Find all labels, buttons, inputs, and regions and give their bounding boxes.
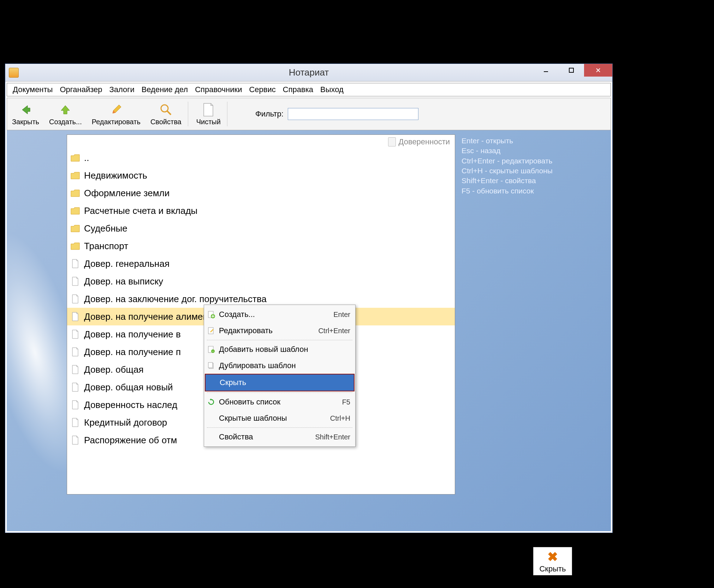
menu-help[interactable]: Справка [279,84,317,96]
hint-line: Esc - назад [462,146,553,156]
ctx-label: Скрытые шаблоны [219,414,327,423]
list-row-label: Довер. на получение алиментов [84,311,222,322]
magnifier-pencil-icon [159,102,173,117]
ctx-hidden-templates[interactable]: Скрытые шаблоны Ctrl+H [205,410,355,426]
breadcrumb-label: Доверенности [399,137,450,146]
doc-icon [70,311,81,322]
ctx-hide[interactable]: Скрыть [205,374,355,391]
list-row-label: Довер. на получение п [84,347,181,358]
ctx-shortcut: F5 [342,398,350,406]
ctx-properties[interactable]: Свойства Shift+Enter [205,429,355,445]
ctx-add-template[interactable]: + Добавить новый шаблон [205,341,355,358]
add-doc-icon: + [206,344,216,354]
filter-label: Фильтр: [255,109,284,119]
menu-exit[interactable]: Выход [317,84,347,96]
toolbar-separator-2 [227,102,229,126]
menu-references[interactable]: Справочники [191,84,245,96]
list-row-up[interactable]: .. [67,149,455,167]
doc-icon [70,258,81,269]
context-menu: Создать... Enter Редактировать Ctrl+Ente… [204,305,356,447]
edit-tool-label: Редактировать [92,118,141,126]
list-row-label: Судебные [84,223,127,234]
menu-pledges[interactable]: Залоги [106,84,138,96]
doc-icon [70,329,81,340]
pencil-icon [109,102,124,117]
properties-tool-label: Свойства [150,118,182,126]
close-tool-label: Закрыть [12,118,39,126]
titlebar: Нотариат [5,64,612,82]
hint-line: F5 - обновить список [462,186,553,196]
breadcrumb: Доверенности [67,135,455,149]
menu-documents[interactable]: Документы [9,84,56,96]
list-row-label: Недвижимость [84,170,147,181]
list-row-doc[interactable]: Довер. генеральная [67,255,455,272]
folder-up-icon [70,152,81,163]
list-row-folder[interactable]: Транспорт [67,237,455,255]
close-button[interactable] [584,64,612,77]
ctx-label: Редактировать [219,326,315,335]
list-row-label: Кредитный договор [84,417,167,428]
menu-service[interactable]: Сервис [245,84,279,96]
folder-icon [70,170,81,181]
menu-cases[interactable]: Ведение дел [138,84,191,96]
list-row-folder[interactable]: Оформление земли [67,184,455,202]
doc-icon [70,400,81,410]
ctx-refresh[interactable]: Обновить список F5 [205,394,355,410]
doc-icon [70,347,81,357]
ctx-edit[interactable]: Редактировать Ctrl+Enter [205,323,355,339]
ctx-duplicate-template[interactable]: Дублировать шаблон [205,358,355,374]
blank-doc-icon [201,102,216,117]
ctx-label: Свойства [219,432,312,442]
list-row-label: Транспорт [84,241,128,252]
list-row-folder[interactable]: Судебные [67,220,455,237]
clean-tool-button[interactable]: Чистый [191,98,226,130]
edit-tool-button[interactable]: Редактировать [87,98,145,130]
minimize-button[interactable] [533,64,559,77]
ctx-separator [207,340,352,340]
arrow-up-icon [58,102,73,117]
ctx-label: Дублировать шаблон [219,361,347,370]
ctx-label: Добавить новый шаблон [219,345,347,354]
clean-tool-label: Чистый [196,118,221,126]
hide-tooltip-button[interactable]: ✖ Скрыть [533,547,572,575]
ctx-shortcut: Enter [333,311,350,319]
list-row-folder[interactable]: Недвижимость [67,167,455,184]
doc-icon [70,417,81,428]
folder-icon [70,205,81,216]
ctx-label: Создать... [219,310,331,319]
toolbar: Закрыть Создать... Редактировать Свойств… [7,98,611,130]
svg-rect-1 [569,68,573,72]
create-tool-label: Создать... [49,118,82,126]
create-tool-button[interactable]: Создать... [44,98,87,130]
svg-rect-15 [208,362,213,368]
list-row-label: .. [84,152,89,163]
close-tool-button[interactable]: Закрыть [7,98,44,130]
keyboard-hints: Enter - открыть Esc - назад Ctrl+Enter -… [462,136,553,196]
properties-tool-button[interactable]: Свойства [145,98,186,130]
window-controls [533,64,612,77]
maximize-button[interactable] [559,64,584,77]
app-window: Нотариат Документы Органайзер Залоги Вед… [5,64,613,533]
hint-line: Ctrl+Enter - редактировать [462,156,553,166]
list-row-folder[interactable]: Расчетные счета и вклады [67,202,455,220]
list-row-label: Довер. общая новый [84,382,173,393]
ctx-create[interactable]: Создать... Enter [205,306,355,323]
maximize-icon [569,67,574,73]
list-row-doc[interactable]: Довер. на выписку [67,272,455,290]
list-row-label: Доверенность наслед [84,400,177,410]
ctx-separator [207,392,352,393]
list-row-label: Оформление земли [84,188,169,199]
ctx-label: Обновить список [219,397,339,407]
folder-icon [70,188,81,198]
ctx-separator [207,427,352,428]
ctx-shortcut: Ctrl+Enter [318,327,350,335]
tooltip-label: Скрыть [539,564,566,574]
filter-input[interactable] [288,108,418,120]
list-row-label: Довер. на выписку [84,276,163,287]
list-row-label: Довер. общая [84,364,144,375]
menu-organizer[interactable]: Органайзер [56,84,106,96]
filter-area: Фильтр: [255,108,418,120]
toolbar-separator [188,102,190,126]
plus-icon [206,310,216,319]
doc-icon [70,276,81,287]
